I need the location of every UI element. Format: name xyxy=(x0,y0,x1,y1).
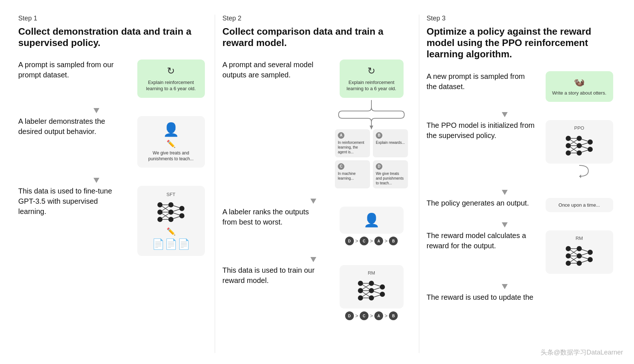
ranking-row: D > C > A > B xyxy=(345,237,398,245)
step2-block2: A labeler ranks the outputs from best to… xyxy=(222,207,412,247)
output-label-b: B xyxy=(376,132,382,139)
ppo-label: PPO xyxy=(574,125,584,131)
svg-point-13 xyxy=(157,217,163,222)
otter-icon: 🦦 xyxy=(574,77,585,87)
rm-rank-gt3: > xyxy=(385,313,387,319)
step2-block1: A prompt and several model outputs are s… xyxy=(222,60,412,188)
rank-a: A xyxy=(374,237,383,245)
arrow-down-icon6 xyxy=(502,190,508,195)
svg-point-72 xyxy=(566,261,571,266)
svg-point-53 xyxy=(577,136,582,141)
arrow-down-icon5 xyxy=(502,112,508,117)
rank-b: B xyxy=(389,237,398,245)
rank-gt2: > xyxy=(370,238,373,244)
step1-title: Collect demonstration data and train a s… xyxy=(18,26,207,49)
svg-point-12 xyxy=(157,210,163,215)
step1-labeler-card: 👤 ✏️ We give treats and punishments to t… xyxy=(137,116,205,168)
step2-block3: This data is used to train our reward mo… xyxy=(222,265,412,322)
step1-block3: This data is used to fine-tune GPT-3.5 w… xyxy=(18,186,207,256)
step2-rm-label: RM xyxy=(368,270,375,276)
feedback-svg xyxy=(568,164,590,178)
svg-point-14 xyxy=(168,202,173,207)
svg-point-17 xyxy=(179,206,184,211)
svg-point-75 xyxy=(577,261,582,266)
brace-svg xyxy=(335,100,408,129)
sft-neural-net xyxy=(154,199,187,225)
rm-neural-net xyxy=(355,278,388,303)
step1-text2: A labeler demonstrates the desired outpu… xyxy=(18,116,127,137)
step3-visual2: PPO xyxy=(543,120,616,180)
step3-block2: The PPO model is initialized from the su… xyxy=(427,120,616,180)
step1-block1: A prompt is sampled from our prompt data… xyxy=(18,60,207,98)
step2-prompt-text: Explain reinforcement learning to a 6 ye… xyxy=(345,80,398,92)
arrow2 xyxy=(18,175,207,186)
arrow1 xyxy=(18,105,207,116)
output-label-d: D xyxy=(376,163,382,170)
output-text-label: Once upon a time... xyxy=(558,202,600,208)
output-card-c: C In machine learning... xyxy=(335,160,370,188)
output-label-a: A xyxy=(338,132,344,139)
step3-ppo-card: PPO xyxy=(546,120,613,164)
rm-rank-d: D xyxy=(345,311,354,320)
step1-text1: A prompt is sampled from our prompt data… xyxy=(18,60,127,80)
rm-ranking-row: D > C > A > B xyxy=(345,311,398,320)
svg-point-33 xyxy=(358,295,363,300)
rm-rank-gt1: > xyxy=(355,313,358,319)
step3-arrow3 xyxy=(427,219,616,230)
svg-point-56 xyxy=(588,139,593,145)
output-text-d: We give treats and punishments to teach.… xyxy=(376,171,405,185)
svg-point-11 xyxy=(157,202,163,207)
svg-point-37 xyxy=(380,284,385,290)
step3-text3: The policy generates an output. xyxy=(427,198,535,208)
step2-content: A prompt and several model outputs are s… xyxy=(222,60,412,353)
feedback-arrow xyxy=(568,164,590,180)
step3-block4: The reward model calculates a reward for… xyxy=(427,230,616,274)
svg-point-35 xyxy=(369,288,374,293)
step3-column: Step 3 Optimize a policy against the rew… xyxy=(419,15,623,353)
svg-point-76 xyxy=(588,250,593,255)
step3-visual3: Once upon a time... xyxy=(543,198,616,212)
step3-rm-label: RM xyxy=(576,235,583,241)
step3-output-text-card: Once upon a time... xyxy=(546,198,613,212)
step2-visual1: ↻ Explain reinforcement learning to a 6 … xyxy=(331,60,412,188)
step2-column: Step 2 Collect comparison data and train… xyxy=(215,15,419,353)
step1-content: A prompt is sampled from our prompt data… xyxy=(18,60,207,353)
output-card-b: B Explain rewards... xyxy=(373,129,408,157)
rank-gt1: > xyxy=(355,238,358,244)
step3-block3: The policy generates an output. Once upo… xyxy=(427,198,616,212)
edit-icon: ✏️ xyxy=(167,139,176,148)
refresh-icon2: ↻ xyxy=(367,65,375,77)
step2-brace-area xyxy=(331,100,412,129)
step2-text3: This data is used to train our reward mo… xyxy=(222,265,324,286)
step1-sft-card: SFT xyxy=(137,186,205,256)
arrow-down-icon xyxy=(93,108,99,113)
svg-point-71 xyxy=(566,253,571,258)
svg-point-18 xyxy=(179,213,184,218)
svg-point-50 xyxy=(566,136,571,141)
svg-point-31 xyxy=(358,281,363,286)
step2-title: Collect comparison data and train a rewa… xyxy=(222,26,412,49)
output-card-a: A In reinforcement learning, the agent i… xyxy=(335,129,370,157)
svg-point-15 xyxy=(168,210,173,215)
step1-visual1: ↻ Explain reinforcement learning to a 6 … xyxy=(134,60,207,98)
svg-point-55 xyxy=(577,150,582,156)
rank-gt3: > xyxy=(385,238,387,244)
step2-text1: A prompt and several model outputs are s… xyxy=(222,60,324,80)
svg-point-73 xyxy=(577,246,582,251)
svg-point-77 xyxy=(588,257,593,262)
output-label-c: C xyxy=(338,163,344,170)
step1-visual3: SFT xyxy=(134,186,207,256)
step3-arrow2 xyxy=(427,187,616,198)
step2-text2: A labeler ranks the outputs from best to… xyxy=(222,207,324,227)
svg-point-74 xyxy=(577,253,582,258)
step3-arrow4 xyxy=(427,281,616,292)
person-icon: 👤 xyxy=(163,122,179,137)
rm-rank-gt2: > xyxy=(370,313,373,319)
svg-point-52 xyxy=(566,150,571,156)
svg-point-57 xyxy=(588,147,593,152)
arrow-down-icon7 xyxy=(502,222,508,227)
svg-point-51 xyxy=(566,143,571,148)
rank-c: C xyxy=(360,237,368,245)
step3-block1: A new prompt is sampled from the dataset… xyxy=(427,71,616,102)
arrow-down-icon4 xyxy=(310,257,316,262)
